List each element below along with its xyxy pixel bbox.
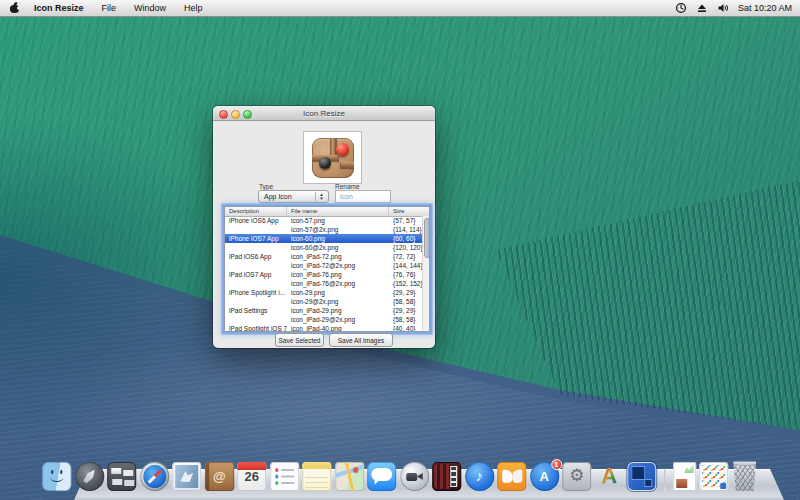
cell-filename: icon_iPad-76.png [287, 270, 389, 279]
cell-size: {58, 58} [389, 297, 422, 306]
volume-icon[interactable] [717, 2, 729, 14]
cell-filename: icon-57.png [287, 216, 389, 225]
dock-icon-contacts[interactable] [205, 462, 234, 491]
app-menus: Icon ResizeFileWindowHelp [25, 0, 212, 16]
cell-size: {60, 60} [389, 234, 422, 243]
dock-icon-notes[interactable] [302, 462, 331, 491]
dock-icon-sysprefs[interactable] [562, 462, 591, 491]
icon-art-wall [341, 162, 354, 168]
table-row[interactable]: icon-60@2x.png{120, 120} [225, 243, 422, 252]
cell-description: iPhone Spotlight i... [225, 288, 287, 297]
table-row[interactable]: iPad iOS6 Appicon_iPad-72.png{72, 72} [225, 252, 422, 261]
dock-items: 261 [42, 460, 758, 491]
dock-icon-safari[interactable] [140, 462, 169, 491]
cell-filename: icon_iPad-40.png [287, 324, 389, 332]
column-header-description[interactable]: Description [225, 207, 287, 216]
cell-size: {58, 58} [389, 315, 422, 324]
button-row: Save Selected Save All Images [213, 333, 435, 345]
rename-placeholder: icon [340, 193, 353, 200]
dock-icon-downloads[interactable] [699, 462, 728, 491]
cell-description [225, 243, 287, 252]
cell-description: iPad iOS6 App [225, 252, 287, 261]
table-row[interactable]: iPad Spotlight iOS 7icon_iPad-40.png{40,… [225, 324, 422, 332]
dock-icon-facetime[interactable] [400, 462, 429, 491]
scrollbar-thumb[interactable] [424, 218, 431, 258]
cell-description [225, 297, 287, 306]
rename-input[interactable]: icon [335, 190, 391, 203]
table-row[interactable]: iPad Settingsicon_iPad-29.png{29, 29} [225, 306, 422, 315]
table-row[interactable]: iPhone iOS6 Appicon-57.png{57, 57} [225, 216, 422, 225]
table-row[interactable]: iPhone iOS7 Appicon-60.png{60, 60} [225, 234, 422, 243]
menu-bar-left: Icon ResizeFileWindowHelp [0, 0, 212, 16]
cell-filename: icon_iPad-29@2x.png [287, 315, 389, 324]
dock-icon-mail[interactable] [172, 462, 201, 491]
cell-filename: icon-29.png [287, 288, 389, 297]
dock-icon-docstack[interactable] [673, 462, 696, 491]
type-popup-value: App Icon [264, 193, 292, 200]
icon-art-black-ball [319, 157, 331, 169]
menu-icon-resize[interactable]: Icon Resize [25, 0, 93, 16]
dock-icon-messages[interactable] [367, 462, 396, 491]
rename-label: Rename [335, 183, 360, 190]
cell-size: {29, 29} [389, 288, 422, 297]
dock-icon-photobooth[interactable] [432, 462, 461, 491]
cell-size: {72, 72} [389, 252, 422, 261]
dock-icon-itunes[interactable] [465, 462, 494, 491]
cell-filename: icon-57@2x.png [287, 225, 389, 234]
menu-bar-clock[interactable]: Sat 10:20 AM [738, 3, 792, 13]
cell-description: iPad Settings [225, 306, 287, 315]
column-header-size[interactable]: Size [389, 207, 429, 216]
cell-size: {76, 76} [389, 270, 422, 279]
save-all-images-button[interactable]: Save All Images [329, 333, 393, 347]
cell-filename: icon_iPad-72@2x.png [287, 261, 389, 270]
menu-help[interactable]: Help [175, 0, 212, 16]
table-scrollbar[interactable] [422, 216, 429, 331]
table-row[interactable]: iPad iOS7 Appicon_iPad-76.png{76, 76} [225, 270, 422, 279]
cell-size: {40, 40} [389, 324, 422, 332]
time-machine-icon[interactable] [675, 2, 687, 14]
cell-filename: icon-29@2x.png [287, 297, 389, 306]
table-row[interactable]: icon_iPad-76@2x.png{152, 152} [225, 279, 422, 288]
cell-filename: icon_iPad-72.png [287, 252, 389, 261]
dock-icon-launchpad[interactable] [75, 462, 104, 491]
menu-file[interactable]: File [93, 0, 126, 16]
dock-icon-maps[interactable] [335, 462, 364, 491]
dock-icon-app-a[interactable] [595, 462, 624, 491]
table-row[interactable]: icon-29@2x.png{58, 58} [225, 297, 422, 306]
dock-icon-mission[interactable] [107, 462, 136, 491]
column-header-filename[interactable]: File name [287, 207, 389, 216]
dock: 261 [0, 448, 800, 500]
eject-icon[interactable] [696, 2, 708, 14]
type-popup-button[interactable]: App Icon ▲▼ [258, 190, 329, 203]
notification-badge: 1 [551, 459, 562, 470]
dock-icon-calendar[interactable]: 26 [237, 462, 266, 491]
icon-art-red-ball [336, 143, 349, 156]
close-button[interactable] [219, 110, 228, 119]
dock-icon-finder[interactable] [42, 462, 71, 491]
apple-menu-icon[interactable] [9, 2, 21, 14]
cell-description: iPad Spotlight iOS 7 [225, 324, 287, 332]
cell-description [225, 225, 287, 234]
cell-description [225, 261, 287, 270]
minimize-button[interactable] [231, 110, 240, 119]
dock-icon-appstore[interactable]: 1 [530, 462, 559, 491]
save-selected-button[interactable]: Save Selected [275, 333, 324, 347]
dock-icon-reminders[interactable] [270, 462, 299, 491]
menu-bar: Icon ResizeFileWindowHelp Sat 10:20 AM [0, 0, 800, 17]
cell-size: {152, 152} [389, 279, 422, 288]
table-body: iPhone iOS6 Appicon-57.png{57, 57}icon-5… [225, 216, 422, 331]
calendar-date-text: 26 [237, 469, 266, 484]
dock-icon-trash[interactable] [732, 460, 758, 491]
dock-icon-ibooks[interactable] [497, 462, 526, 491]
zoom-button[interactable] [243, 110, 252, 119]
table-row[interactable]: icon_iPad-72@2x.png{144, 144} [225, 261, 422, 270]
table-row[interactable]: iPhone Spotlight i...icon-29.png{29, 29} [225, 288, 422, 297]
table-row[interactable]: icon_iPad-29@2x.png{58, 58} [225, 315, 422, 324]
dock-icon-iconresize[interactable] [627, 462, 656, 491]
window-title-bar[interactable]: Icon Resize [213, 106, 435, 121]
table-row[interactable]: icon-57@2x.png{114, 114} [225, 225, 422, 234]
desktop: Icon ResizeFileWindowHelp Sat 10:20 AM [0, 0, 800, 500]
menu-window[interactable]: Window [125, 0, 175, 16]
traffic-lights [219, 110, 252, 119]
sizes-table: Description File name Size iPhone iOS6 A… [224, 206, 430, 332]
